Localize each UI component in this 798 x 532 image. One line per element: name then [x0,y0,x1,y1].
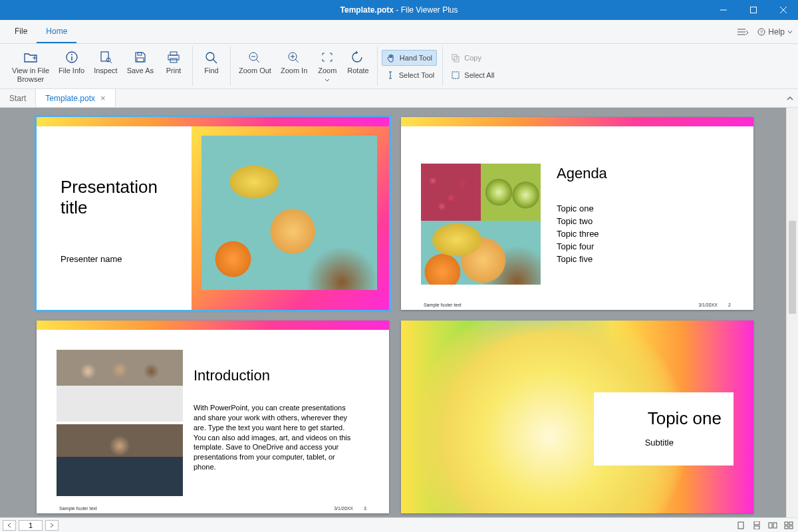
menu-help[interactable]: ?Help [757,27,793,37]
slide3-num: 3 [364,506,366,511]
zoom-out-icon [247,49,262,65]
svg-rect-39 [785,526,788,529]
hand-icon [386,53,396,63]
slide3-date: 3/1/20XX [334,506,353,511]
slide1-title: Presentationtitle [61,177,158,218]
zoom-out-button[interactable]: Zoom Out [235,48,275,76]
svg-rect-33 [754,521,759,525]
view-two-page-icon[interactable] [766,520,779,531]
document-search-icon [98,49,113,65]
slide-1[interactable]: Presentationtitle Presenter name [37,117,389,310]
svg-rect-36 [773,523,777,528]
svg-text:?: ? [760,29,763,35]
slide1-image [201,136,377,290]
svg-rect-31 [452,72,459,78]
vertical-scrollbar[interactable] [786,108,798,517]
svg-line-28 [295,59,299,63]
svg-rect-19 [170,59,177,63]
tab-start[interactable]: Start [0,89,36,107]
slide-4[interactable]: Topic one Subtitle [401,321,753,513]
slide2-heading: Agenda [557,165,607,182]
next-page-button[interactable] [45,520,59,531]
select-all-button[interactable]: Select All [447,67,498,83]
zoom-dropdown[interactable]: Zoom [313,48,342,84]
minimize-button[interactable] [708,0,738,20]
inspect-button[interactable]: Inspect [90,48,121,76]
slide3-heading: Introduction [194,367,270,384]
svg-rect-38 [789,522,793,525]
rotate-icon [350,49,365,65]
search-icon [204,49,219,65]
svg-line-14 [110,61,112,63]
prev-page-button[interactable] [3,520,16,531]
rotate-button[interactable]: Rotate [343,48,372,76]
slide4-heading: Topic one [648,408,722,429]
slide-3[interactable]: Introduction With PowerPoint, you can cr… [37,321,389,513]
menu-home[interactable]: Home [37,20,76,43]
slide2-footer: Sample footer text [424,303,462,307]
svg-point-10 [71,54,72,55]
view-single-icon[interactable] [734,520,747,531]
tab-template[interactable]: Template.potx× [36,88,115,107]
slide2-img-smoothie [421,221,541,285]
svg-rect-40 [789,526,793,529]
hand-tool-button[interactable]: Hand Tool [382,50,437,66]
title-bar: Template.potx - File Viewer Plus [0,0,798,20]
slide-2[interactable]: Agenda Topic oneTopic twoTopic threeTopi… [401,117,753,310]
slide3-body: With PowerPoint, you can create presenta… [194,403,353,472]
copy-icon [451,53,460,63]
svg-rect-17 [170,52,177,55]
svg-rect-34 [754,526,759,529]
svg-rect-12 [101,52,108,61]
svg-rect-16 [137,58,144,62]
find-button[interactable]: Find [197,48,226,76]
text-cursor-icon [386,70,395,80]
scrollbar-thumb[interactable] [789,221,796,314]
menu-file[interactable]: File [5,20,37,43]
close-button[interactable] [768,0,798,20]
info-icon [65,49,79,65]
status-bar [0,517,798,532]
svg-rect-32 [738,522,743,529]
file-info-button[interactable]: File Info [55,48,88,76]
maximize-button[interactable] [738,0,768,20]
slide2-date: 3/1/20XX [698,303,718,307]
slide3-img-barista [57,424,183,496]
window-title: Template.potx - File Viewer Plus [340,5,458,15]
svg-line-24 [256,59,259,63]
view-in-file-browser-button[interactable]: View in File Browser [8,48,53,84]
select-all-icon [451,70,460,80]
select-tool-button[interactable]: Select Tool [382,67,439,83]
ribbon-options-icon[interactable] [737,28,748,36]
slide2-img-kiwi [481,164,541,221]
svg-rect-1 [750,7,756,13]
svg-line-21 [213,59,217,63]
copy-button[interactable]: Copy [447,50,485,66]
slide2-num: 2 [728,303,731,307]
slide3-footer: Sample footer text [59,506,97,511]
zoom-fit-icon [320,49,334,65]
close-tab-icon[interactable]: × [100,93,106,103]
slide2-img-berries [421,164,481,221]
page-number-input[interactable] [19,520,43,531]
zoom-in-button[interactable]: Zoom In [277,48,311,76]
menu-bar: File Home ?Help [0,20,798,44]
svg-rect-37 [785,522,788,525]
slide1-presenter: Presenter name [61,254,122,264]
print-icon [166,49,181,65]
collapse-ribbon-icon[interactable] [786,89,794,107]
ribbon: View in File Browser File Info Inspect S… [0,44,798,89]
document-tab-strip: Start Template.potx× [0,89,798,108]
folder-icon [23,49,38,65]
view-continuous-icon[interactable] [750,520,763,531]
print-button[interactable]: Print [159,48,188,76]
svg-rect-18 [168,55,179,60]
slide2-topics: Topic oneTopic twoTopic threeTopic fourT… [557,201,599,267]
slide3-img-team [57,350,183,422]
slide4-sub: Subtitle [645,438,674,448]
save-as-button[interactable]: Save As [123,48,158,76]
slide-canvas[interactable]: Presentationtitle Presenter name Agenda … [0,108,786,517]
save-icon [133,49,148,65]
view-grid-icon[interactable] [782,520,795,531]
svg-rect-35 [769,523,772,528]
